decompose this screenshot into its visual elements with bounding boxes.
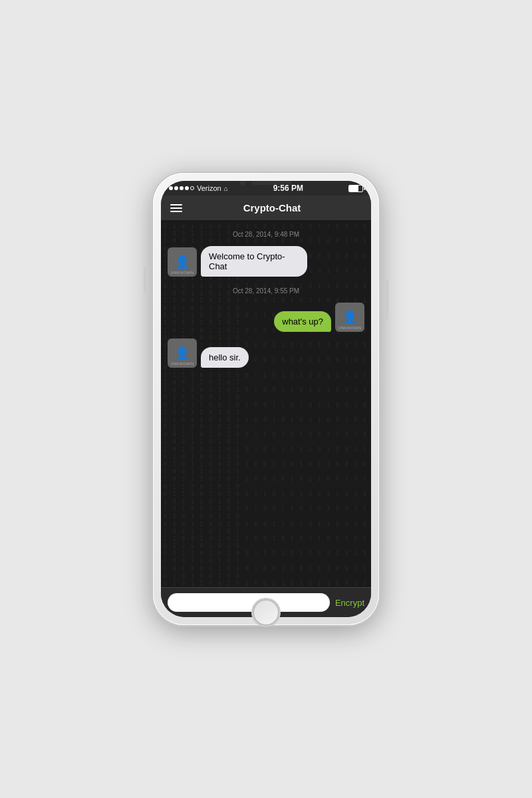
nav-bar: Crypto-Chat: [161, 196, 371, 220]
avatar-label-2: UNKNOWN: [338, 326, 361, 330]
battery-fill: [349, 186, 358, 192]
hamburger-line-2: [170, 207, 182, 209]
home-button[interactable]: [251, 598, 281, 627]
avatar-figure-3: 👤: [175, 346, 190, 360]
bubble-3: hello sir.: [201, 347, 249, 368]
avatar-label-3: UNKNOWN: [170, 362, 194, 366]
status-right: [348, 185, 363, 192]
hamburger-line-3: [170, 211, 182, 212]
volume-button: [144, 266, 146, 293]
signal-dot-2: [174, 186, 178, 190]
signal-dot-5: [190, 186, 194, 190]
notch-area: [213, 181, 319, 190]
chat-area: 0 1 0 1 1 0 0 1 0 1 0 0 1 1 0 1 0 1 1 0 …: [161, 220, 371, 587]
nav-title: Crypto-Chat: [182, 202, 362, 213]
battery-icon: [348, 185, 363, 192]
phone-screen: Verizon ⌂ 9:56 PM Crypto-Chat 0 1 0: [161, 181, 371, 617]
avatar-figure-1: 👤: [175, 255, 190, 269]
speaker-slot: [252, 181, 292, 185]
phone-frame: Verizon ⌂ 9:56 PM Crypto-Chat 0 1 0: [153, 173, 379, 625]
bubble-1: Welcome to Crypto-Chat: [201, 246, 307, 277]
signal-indicator: [169, 186, 194, 190]
chat-messages: Oct 28, 2014, 9:48 PM 👤 UNKNOWN Welcome …: [161, 220, 371, 377]
timestamp-2: Oct 28, 2014, 9:55 PM: [168, 287, 364, 295]
avatar-label-1: UNKNOWN: [170, 271, 194, 275]
menu-button[interactable]: [170, 204, 182, 212]
camera-dot: [240, 181, 245, 186]
hamburger-line-1: [170, 204, 182, 205]
message-row-2: 👤 UNKNOWN what's up?: [168, 303, 364, 332]
signal-dot-1: [169, 186, 173, 190]
bubble-2: what's up?: [274, 311, 331, 332]
message-input[interactable]: [168, 593, 330, 612]
message-row-1: 👤 UNKNOWN Welcome to Crypto-Chat: [168, 246, 364, 277]
signal-dot-3: [180, 186, 184, 190]
encrypt-button[interactable]: Encrypt: [335, 598, 364, 608]
message-row-3: 👤 UNKNOWN hello sir.: [168, 338, 364, 368]
avatar-3: 👤 UNKNOWN: [168, 338, 197, 368]
avatar-1: 👤 UNKNOWN: [168, 247, 197, 277]
avatar-2: 👤 UNKNOWN: [335, 303, 364, 332]
power-button: [386, 279, 388, 319]
timestamp-1: Oct 28, 2014, 9:48 PM: [168, 231, 364, 238]
avatar-figure-2: 👤: [342, 310, 357, 325]
signal-dot-4: [185, 186, 189, 190]
